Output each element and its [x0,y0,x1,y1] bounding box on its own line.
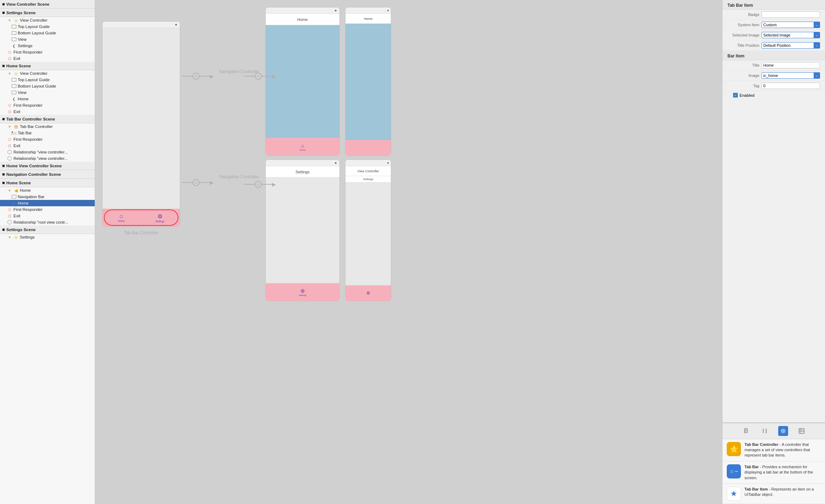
select-arrow-icon2: ⌄ [814,32,820,38]
scene-icon: ■ [2,63,5,68]
tag-value[interactable] [762,83,820,89]
scene-label: Navigation Controller Scene [6,172,61,177]
tree-item[interactable]: ▼ ◀ Home [0,187,95,194]
tree-item[interactable]: ⬡ Exit [0,108,95,115]
scene-homevc[interactable]: ■ Home View Controller Scene [0,162,95,170]
rect-icon [11,90,16,95]
tree-item[interactable]: Top Layout Guide [0,77,95,83]
item-label: Exit [13,110,20,114]
tree-item[interactable]: ⬡ Exit [0,213,95,219]
rect-icon [11,77,16,82]
tree-item[interactable]: ▼ ⊞ Tab Bar Controller [0,123,95,130]
tab-icons-row [722,423,825,439]
tree-item[interactable]: View [0,89,95,96]
item-label: Navigation Bar [18,195,44,199]
scene-navctrl[interactable]: ■ Navigation Controller Scene [0,170,95,179]
tree-item[interactable]: Tab Bar [0,130,95,136]
back-icon: ❮ [11,43,16,48]
item-label: Relationship "view controller... [13,156,68,161]
enabled-label: Enabled [740,93,754,97]
tree-item[interactable]: ▼ ◎ View Controller [0,70,95,77]
scene-home[interactable]: ■ Home Scene [0,62,95,70]
tree-item[interactable]: Bottom Layout Guide [0,83,95,89]
tree-item[interactable]: Relationship "view controller... [0,155,95,162]
image-select[interactable]: ic_home [762,72,820,79]
titleposition-select-wrap[interactable]: Default Position Above Image Below Image… [762,42,820,49]
tree-item[interactable]: Bottom Layout Guide [0,30,95,36]
selectedimage-label: Selected Image [727,33,759,37]
tab-circle-btn[interactable] [778,426,788,436]
tree-item[interactable]: Navigation Bar [0,194,95,200]
right-panel: Tab Bar Item Badge System Item Custom Mo… [722,0,825,504]
exit-icon: ⬡ [7,213,12,218]
scene-settings[interactable]: ■ Settings Scene [0,9,95,17]
tree-item[interactable]: ❮ Home [0,96,95,102]
titleposition-row: Title Position Default Position Above Im… [722,40,825,51]
svg-rect-8 [799,429,804,433]
scene-home2[interactable]: ■ Home Scene [0,179,95,187]
image-label: Image [727,73,759,78]
selectedimage-select-wrap[interactable]: Selected Image ⌄ [762,32,820,38]
settings-phone: ■ Settings ⚙ Settings [265,159,340,301]
tab-table-btn[interactable] [797,426,807,436]
tree-item[interactable]: ▼ ◎ View Controller [0,17,95,23]
enabled-checkbox[interactable]: ✓ [733,93,738,97]
tab-curly-btn[interactable] [760,426,770,436]
systemitem-select[interactable]: Custom More Favorites Featured Top Rated… [762,22,820,28]
title-input[interactable] [762,62,820,68]
select-arrow-icon3: ⌄ [814,42,820,49]
controller-icon: ◎ [13,18,18,23]
tree-item[interactable]: ⬡ First Responder [0,136,95,142]
tree-item[interactable]: Relationship "root view contr... [0,219,95,225]
item-label: Home [18,97,29,101]
scene-tabbar[interactable]: ■ Tab Bar Controller Scene [0,115,95,123]
vc-phone2-title: View Controller [358,169,379,173]
tree-item[interactable]: ⬡ First Responder [0,102,95,108]
tree-item[interactable]: ⬡ Exit [0,55,95,62]
arrow2: ⊘ ▶ [182,179,214,186]
systemitem-label: System Item [727,23,759,27]
titleposition-select[interactable]: Default Position Above Image Below Image… [762,42,820,49]
tag-input[interactable] [762,83,820,89]
scene-icon: ■ [2,163,5,168]
item-label: Relationship "root view contr... [13,220,68,224]
responder-icon: ⬡ [7,50,12,55]
tree-item[interactable]: ❮ Settings [0,43,95,49]
tab-file-btn[interactable] [741,426,751,436]
canvas: ■ ⌂ Home ⚙ Settings [95,0,722,504]
tbc-icon: ⭐ [727,442,741,456]
tree-item[interactable]: ⬡ First Responder [0,206,95,213]
nav-icon: ◀ [13,188,18,193]
title-value[interactable] [762,62,820,68]
tree-item[interactable]: Top Layout Guide [0,23,95,30]
image-select-wrap[interactable]: ic_home ⌄ [762,72,820,79]
scene-settings2[interactable]: ■ Settings Scene [0,225,95,234]
badge-value[interactable] [762,11,820,18]
tree-item[interactable]: View [0,36,95,43]
rect-icon [11,24,16,29]
tree-item[interactable]: ▼ ◎ Settings [0,234,95,240]
select-arrow-icon4: ⌄ [814,72,820,79]
tree-item-home-selected[interactable]: ★ Home [0,200,95,206]
tree-item[interactable]: Relationship "view controller... [0,149,95,155]
badge-label: Badge [727,12,759,17]
scene-icon: ■ [2,1,5,7]
badge-input[interactable] [762,11,820,18]
tree-item[interactable]: ⬡ Exit [0,142,95,149]
tbc-phone-frame: ■ ⌂ Home ⚙ Settings [102,21,180,227]
item-label: Home [18,201,29,205]
selectedimage-select[interactable]: Selected Image [762,32,820,38]
systemitem-select-wrap[interactable]: Custom More Favorites Featured Top Rated… [762,22,820,28]
rect-icon [11,30,16,35]
item-label: View Controller [20,71,48,75]
select-arrow-icon: ⌄ [814,22,820,28]
star-icon: ★ [11,201,16,206]
scene-view-controller[interactable]: ■ View Controller Scene [0,0,95,9]
baritem-section-title: Bar Item [722,51,825,60]
tree-item[interactable]: ⬡ First Responder [0,49,95,55]
item-label: Settings [18,44,33,48]
exit-icon: ⬡ [7,56,12,61]
item-label: Relationship "view controller... [13,150,68,154]
item-label: Exit [13,56,20,61]
title-label: Title [727,63,759,67]
